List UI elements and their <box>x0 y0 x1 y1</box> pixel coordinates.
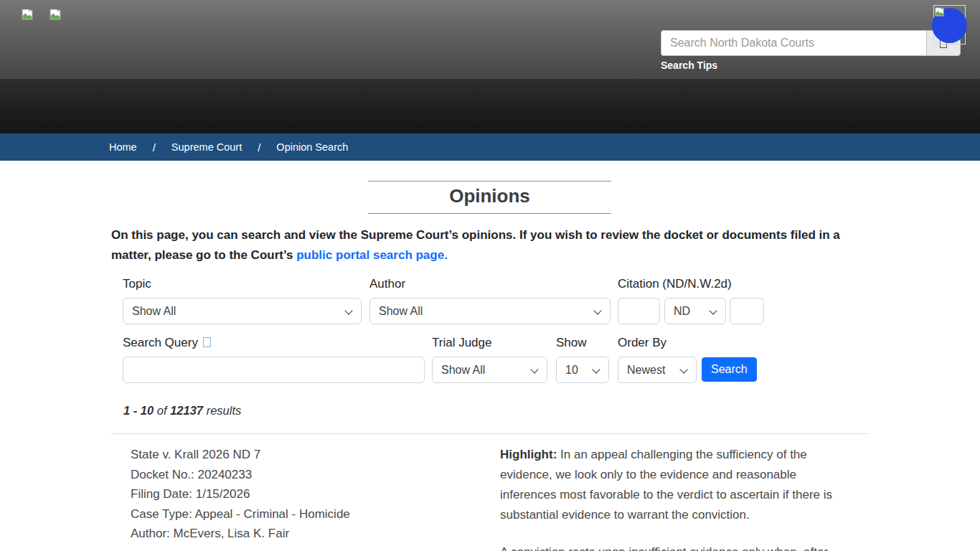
highlight-paragraph: Highlight: In an appeal challenging the … <box>500 445 842 525</box>
order-by-label: Order By <box>618 336 666 350</box>
topic-select[interactable]: Show All <box>123 298 362 324</box>
broken-image-icon <box>935 7 944 17</box>
results-word: results <box>207 404 242 417</box>
breadcrumb: Home / Supreme Court / Opinion Search <box>0 133 980 161</box>
breadcrumb-supreme-court[interactable]: Supreme Court <box>171 141 242 153</box>
citation-reporter-value: ND <box>674 305 690 318</box>
breadcrumb-opinion-search: Opinion Search <box>276 141 348 153</box>
author-select[interactable]: Show All <box>369 298 611 324</box>
page-title: Opinions <box>368 185 611 207</box>
result-docket: Docket No.: 20240233 <box>131 465 475 485</box>
highlight-label: Highlight: <box>500 448 557 461</box>
order-by-select-value: Newest <box>627 364 665 377</box>
results-range: 1 - 10 <box>123 404 154 417</box>
results-total: 12137 <box>170 404 203 417</box>
order-by-select[interactable]: Newest <box>618 357 697 383</box>
breadcrumb-separator: / <box>258 141 260 154</box>
search-query-label: Search Query <box>123 336 211 350</box>
search-query-input[interactable] <box>123 357 425 383</box>
author-select-value: Show All <box>379 305 423 318</box>
intro-paragraph: On this page, you can search and view th… <box>111 225 863 265</box>
results-divider <box>111 433 869 434</box>
chat-widget-button[interactable] <box>933 5 966 44</box>
results-count: 1 - 10 of 12137 results <box>123 404 241 418</box>
highlight-paragraph-2: A conviction rests upon insufficient evi… <box>500 542 842 551</box>
search-button[interactable]: Search <box>702 357 757 382</box>
public-portal-link[interactable]: public portal search page. <box>296 248 448 262</box>
citation-page-input[interactable] <box>730 298 764 324</box>
citation-label: Citation (ND/N.W.2d) <box>618 277 732 291</box>
result-item-details: State v. Krall 2026 ND 7 Docket No.: 202… <box>131 445 475 544</box>
main-content: Opinions On this page, you can search an… <box>0 161 980 551</box>
search-query-label-text: Search Query <box>123 336 198 349</box>
broken-image-icon <box>50 9 61 20</box>
topic-label: Topic <box>123 277 151 291</box>
main-navigation: Home Supreme Court▾ District Courts▾ Oth… <box>0 79 980 133</box>
trial-judge-select-value: Show All <box>441 364 485 377</box>
citation-reporter-select[interactable]: ND <box>664 298 726 324</box>
broken-image-icon <box>22 9 33 20</box>
show-select-value: 10 <box>565 364 578 377</box>
result-item-highlight: Highlight: In an appeal challenging the … <box>500 445 842 551</box>
info-icon[interactable] <box>203 337 211 347</box>
title-divider-bottom <box>368 213 611 214</box>
results-of: of <box>157 404 167 417</box>
breadcrumb-home[interactable]: Home <box>109 141 137 153</box>
breadcrumb-separator: / <box>153 141 156 154</box>
result-title[interactable]: State v. Krall 2026 ND 7 <box>131 445 475 465</box>
site-search-input[interactable] <box>661 30 926 56</box>
result-case-type: Case Type: Appeal - Criminal - Homicide <box>131 504 475 524</box>
top-header: Search Tips <box>0 0 980 79</box>
show-select[interactable]: 10 <box>556 357 609 383</box>
topic-select-value: Show All <box>132 305 176 318</box>
citation-volume-input[interactable] <box>618 298 660 324</box>
title-divider-top <box>368 181 611 182</box>
search-tips-link[interactable]: Search Tips <box>661 60 717 71</box>
intro-text: On this page, you can search and view th… <box>111 228 840 262</box>
trial-judge-label: Trial Judge <box>432 336 491 350</box>
highlight-text-2: A conviction rests upon insufficient evi… <box>500 545 828 551</box>
page: Search Tips Home Supreme Court▾ District… <box>0 0 980 551</box>
trial-judge-select[interactable]: Show All <box>432 357 547 383</box>
result-author: Author: McEvers, Lisa K. Fair <box>131 524 475 544</box>
show-label: Show <box>556 336 587 350</box>
site-search <box>661 30 961 56</box>
author-label: Author <box>369 277 405 291</box>
result-filing-date: Filing Date: 1/15/2026 <box>131 484 475 504</box>
